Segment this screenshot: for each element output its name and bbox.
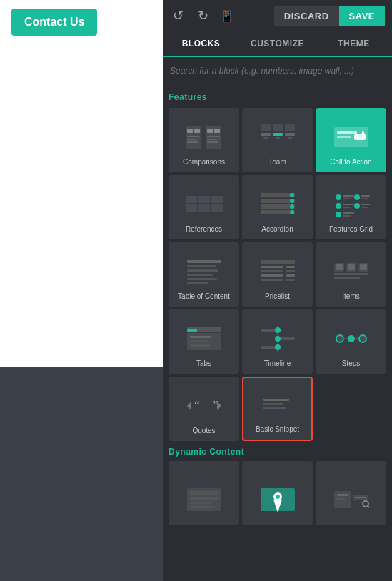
block-table-of-content[interactable]: Table of Content bbox=[169, 242, 239, 307]
features-section-label: Features bbox=[169, 92, 386, 102]
tab-blocks[interactable]: BLOCKS bbox=[163, 31, 239, 57]
dynamic-block-2[interactable] bbox=[242, 461, 313, 525]
svg-rect-3 bbox=[187, 136, 200, 137]
svg-rect-69 bbox=[286, 279, 295, 281]
svg-rect-16 bbox=[273, 133, 283, 136]
block-comparisons[interactable]: Comparisons bbox=[169, 108, 239, 172]
left-dark-area bbox=[0, 367, 163, 581]
discard-button[interactable]: DISCARD bbox=[274, 6, 339, 26]
comparisons-label: Comparisons bbox=[183, 157, 225, 167]
svg-rect-61 bbox=[261, 260, 295, 264]
svg-point-111 bbox=[276, 495, 280, 499]
left-white-area bbox=[0, 44, 163, 367]
svg-rect-56 bbox=[187, 265, 216, 267]
svg-text:“—”: “—” bbox=[194, 399, 218, 413]
svg-rect-55 bbox=[187, 260, 221, 263]
timeline-icon bbox=[256, 323, 299, 354]
dynamic-icon-2 bbox=[256, 484, 299, 515]
tabs-icon bbox=[183, 323, 226, 354]
svg-rect-10 bbox=[207, 139, 217, 140]
blocks-area[interactable]: Features bbox=[163, 85, 392, 581]
block-basic-snippet[interactable]: Basic Snippet bbox=[242, 377, 313, 441]
svg-rect-5 bbox=[187, 141, 198, 143]
contact-us-button[interactable]: Contact Us bbox=[11, 9, 97, 36]
svg-rect-26 bbox=[186, 196, 197, 203]
svg-rect-30 bbox=[198, 204, 210, 212]
tab-customize[interactable]: CUSTOMIZE bbox=[239, 31, 316, 56]
svg-point-87 bbox=[275, 336, 281, 342]
svg-rect-86 bbox=[261, 329, 275, 332]
dynamic-block-1[interactable] bbox=[169, 461, 239, 525]
svg-rect-2 bbox=[194, 129, 200, 133]
top-bar-right: DISCARD SAVE bbox=[274, 6, 385, 26]
svg-rect-1 bbox=[187, 129, 193, 133]
redo-button[interactable]: ↻ bbox=[195, 5, 211, 26]
features-grid-icon bbox=[330, 189, 373, 220]
svg-rect-9 bbox=[207, 136, 220, 137]
features-grid-label: Features Grid bbox=[329, 224, 373, 234]
svg-point-35 bbox=[290, 199, 294, 203]
svg-point-46 bbox=[336, 212, 341, 217]
svg-rect-83 bbox=[190, 344, 210, 347]
team-icon bbox=[256, 121, 299, 153]
block-pricelist[interactable]: Pricelist bbox=[242, 242, 313, 307]
block-tabs[interactable]: Tabs bbox=[169, 309, 239, 374]
svg-point-52 bbox=[354, 203, 360, 209]
dynamic-icon-1 bbox=[183, 484, 226, 515]
svg-rect-45 bbox=[343, 207, 351, 208]
svg-rect-8 bbox=[214, 129, 220, 133]
steps-label: Steps bbox=[342, 359, 361, 368]
undo-button[interactable]: ↺ bbox=[170, 5, 186, 26]
svg-rect-4 bbox=[187, 139, 197, 140]
svg-rect-82 bbox=[190, 340, 207, 342]
svg-rect-76 bbox=[334, 273, 368, 275]
block-call-to-action[interactable]: Call to Action bbox=[316, 108, 386, 172]
svg-marker-96 bbox=[187, 402, 191, 410]
svg-rect-53 bbox=[361, 204, 370, 205]
references-icon bbox=[183, 189, 226, 220]
tab-theme[interactable]: THEME bbox=[316, 31, 392, 56]
team-label: Team bbox=[268, 157, 286, 167]
svg-rect-32 bbox=[261, 193, 295, 197]
svg-rect-107 bbox=[190, 506, 215, 508]
timeline-label: Timeline bbox=[264, 359, 291, 368]
svg-rect-47 bbox=[343, 212, 354, 214]
svg-rect-42 bbox=[343, 198, 351, 199]
svg-rect-68 bbox=[261, 279, 283, 281]
svg-rect-73 bbox=[348, 264, 355, 270]
references-label: References bbox=[186, 224, 222, 234]
basic-snippet-icon bbox=[256, 389, 299, 420]
svg-rect-60 bbox=[187, 282, 208, 284]
block-team[interactable]: Team bbox=[242, 108, 313, 172]
tabs-label: Tabs bbox=[196, 359, 211, 368]
block-quotes[interactable]: “—” Quotes bbox=[169, 377, 239, 441]
block-accordion[interactable]: Accordion bbox=[242, 175, 313, 239]
svg-rect-66 bbox=[261, 274, 283, 277]
block-steps[interactable]: Steps bbox=[316, 309, 386, 374]
svg-rect-104 bbox=[190, 491, 218, 495]
block-references[interactable]: References bbox=[169, 175, 239, 239]
block-items[interactable]: Items bbox=[316, 242, 386, 307]
svg-rect-65 bbox=[286, 270, 295, 272]
block-timeline[interactable]: Timeline bbox=[242, 309, 313, 374]
block-features-grid[interactable]: Features Grid bbox=[316, 175, 386, 239]
save-button[interactable]: SAVE bbox=[339, 6, 385, 26]
dynamic-block-3[interactable] bbox=[316, 461, 386, 525]
svg-point-91 bbox=[336, 335, 343, 342]
svg-rect-90 bbox=[261, 346, 275, 349]
svg-rect-101 bbox=[263, 403, 283, 405]
top-bar-left: ↺ ↻ 📱 bbox=[170, 5, 234, 26]
items-label: Items bbox=[342, 292, 359, 301]
items-icon bbox=[330, 256, 373, 287]
svg-rect-22 bbox=[337, 131, 357, 134]
dynamic-content-section-label: Dynamic Content bbox=[169, 447, 386, 457]
table-of-content-label: Table of Content bbox=[178, 292, 230, 301]
svg-point-95 bbox=[359, 335, 366, 342]
svg-rect-18 bbox=[263, 137, 268, 139]
search-input[interactable] bbox=[170, 63, 385, 79]
dynamic-icon-3 bbox=[330, 484, 373, 515]
svg-rect-34 bbox=[261, 199, 295, 203]
svg-rect-50 bbox=[361, 195, 370, 197]
svg-rect-113 bbox=[337, 494, 348, 496]
svg-rect-41 bbox=[343, 195, 354, 197]
